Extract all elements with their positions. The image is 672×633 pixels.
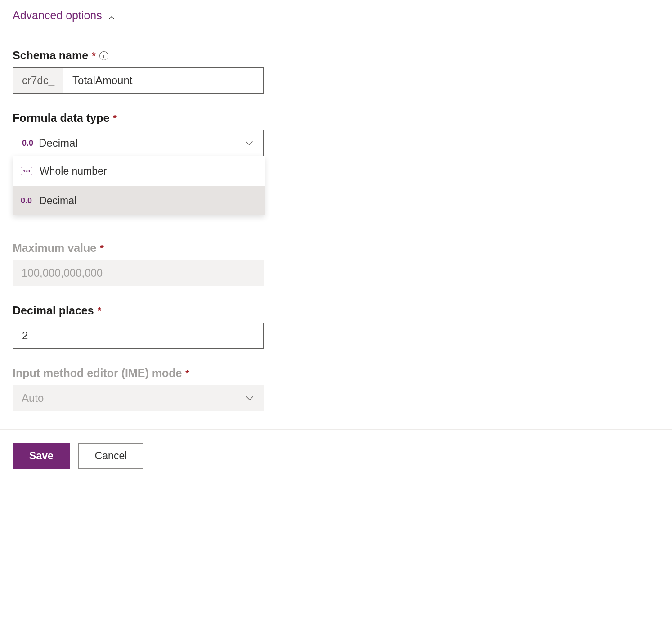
required-asterisk: * xyxy=(92,50,96,62)
required-asterisk: * xyxy=(98,305,102,317)
ime-mode-label: Input method editor (IME) mode xyxy=(13,367,182,380)
chevron-down-icon xyxy=(245,393,255,403)
schema-name-label: Schema name xyxy=(13,49,88,62)
cancel-button[interactable]: Cancel xyxy=(78,443,144,469)
dropdown-option-decimal[interactable]: 0.0 Decimal xyxy=(13,186,265,215)
dropdown-option-whole-number[interactable]: 123 Whole number xyxy=(13,156,265,186)
dropdown-option-label: Decimal xyxy=(39,195,76,207)
schema-name-input-wrapper: cr7dc_ xyxy=(13,67,264,94)
formula-data-type-label: Formula data type xyxy=(13,112,109,125)
decimal-places-label-row: Decimal places * xyxy=(13,304,659,317)
dropdown-option-label: Whole number xyxy=(40,165,107,177)
footer-buttons: Save Cancel xyxy=(13,430,659,469)
schema-name-label-row: Schema name * i xyxy=(13,49,659,62)
schema-name-prefix: cr7dc_ xyxy=(13,68,63,93)
ime-mode-group: Input method editor (IME) mode * Auto xyxy=(13,367,659,411)
chevron-down-icon xyxy=(244,138,254,148)
formula-data-type-dropdown: 123 Whole number 0.0 Decimal xyxy=(13,156,265,215)
decimal-places-group: Decimal places * xyxy=(13,304,659,349)
formula-data-type-group: Formula data type * 0.0 Decimal 123 Whol… xyxy=(13,112,659,156)
maximum-value-group: Maximum value * xyxy=(13,242,659,286)
ime-mode-select: Auto xyxy=(13,385,264,411)
decimal-type-icon: 0.0 xyxy=(22,139,33,148)
formula-data-type-value: Decimal xyxy=(39,137,239,149)
info-icon[interactable]: i xyxy=(99,51,108,60)
decimal-type-icon: 0.0 xyxy=(21,196,32,206)
maximum-value-label: Maximum value xyxy=(13,242,96,255)
formula-data-type-label-row: Formula data type * xyxy=(13,112,659,125)
schema-name-group: Schema name * i cr7dc_ xyxy=(13,49,659,94)
whole-number-type-icon: 123 xyxy=(21,167,32,175)
required-asterisk: * xyxy=(185,368,189,379)
advanced-options-toggle[interactable]: Advanced options xyxy=(13,9,659,22)
required-asterisk: * xyxy=(100,242,104,254)
save-button[interactable]: Save xyxy=(13,443,70,469)
formula-data-type-select-wrapper: 0.0 Decimal 123 Whole number 0.0 Decimal xyxy=(13,130,264,156)
formula-data-type-select[interactable]: 0.0 Decimal xyxy=(13,130,264,156)
maximum-value-label-row: Maximum value * xyxy=(13,242,659,255)
ime-mode-value: Auto xyxy=(22,392,239,404)
decimal-places-input[interactable] xyxy=(13,323,264,349)
required-asterisk: * xyxy=(113,112,117,124)
maximum-value-input xyxy=(13,260,264,286)
advanced-options-label: Advanced options xyxy=(13,9,102,22)
decimal-places-label: Decimal places xyxy=(13,304,94,317)
chevron-up-icon xyxy=(108,12,116,20)
ime-mode-label-row: Input method editor (IME) mode * xyxy=(13,367,659,380)
schema-name-input[interactable] xyxy=(63,68,263,93)
